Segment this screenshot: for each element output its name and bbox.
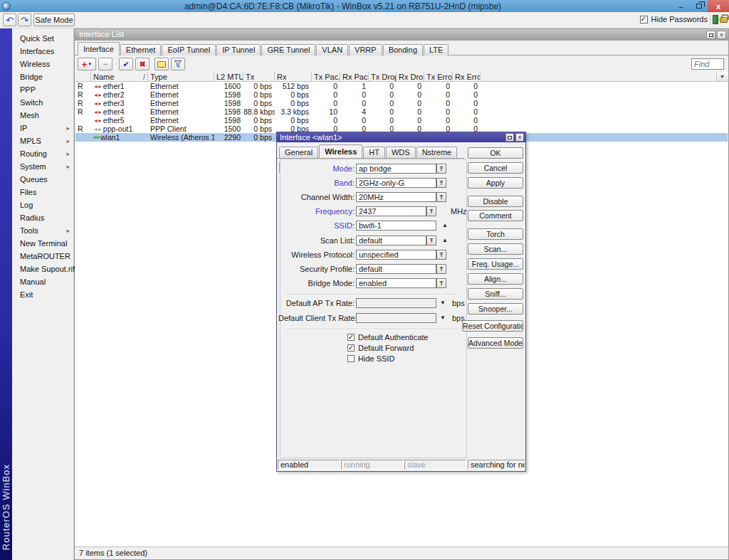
disable-button[interactable]: ✖ [135,58,150,70]
sidebar-item-ip[interactable]: IP▸ [12,122,73,134]
sidebar-item-mesh[interactable]: Mesh [12,109,73,122]
ssid-input[interactable]: bwifi-1 [356,221,436,231]
band-input[interactable]: 2GHz-only-G [356,178,436,188]
sidebar-item-switch[interactable]: Switch [12,96,73,109]
column-header-rx[interactable]: Rx [275,72,312,81]
sidebar-item-quick-set[interactable]: Quick Set [12,32,73,45]
minimize-button[interactable]: – [672,0,690,12]
sidebar-item-make-supout-rif[interactable]: Make Supout.rif [12,263,73,275]
column-header-rx-pac[interactable]: Rx Pac... [340,72,369,81]
scan-button[interactable]: Scan... [468,243,523,255]
hide-passwords-checkbox[interactable]: ✓ [640,16,648,23]
scan-list-dropdown-button[interactable]: Ŧ [426,236,436,245]
column-chooser-button[interactable]: ▼ [716,72,728,81]
advanced-mode-button[interactable]: Advanced Mode [468,337,523,349]
frequency-input[interactable]: 2437 [356,206,426,216]
sidebar-item-system[interactable]: System▸ [12,160,73,173]
default-client-tx-rate-input[interactable] [356,313,436,323]
column-header-l2-mtu[interactable]: L2 MTU [214,72,243,81]
tab-vlan[interactable]: VLAN [316,44,348,56]
snooper-button[interactable]: Snooper... [468,303,523,315]
sidebar-item-ppp[interactable]: PPP [12,83,73,96]
sidebar-item-log[interactable]: Log [12,199,73,211]
reset-configuration-button[interactable]: Reset Configuration [462,320,523,332]
column-header-tx-drops[interactable]: Tx Drops [369,72,397,81]
tab-ethernet[interactable]: Ethernet [120,44,162,56]
column-header-rx-drops[interactable]: Rx Drops [397,72,424,81]
dialog-tab-ht[interactable]: HT [363,147,385,158]
tab-bonding[interactable]: Bonding [383,44,423,56]
comment-button[interactable]: Comment [468,210,523,221]
column-header-tx[interactable]: Tx [243,72,275,81]
apply-button[interactable]: Apply [468,177,523,189]
table-row-ether4[interactable]: R◄►ether4Ethernet159888.8 kbps3.3 kbps10… [75,107,728,116]
frequency-dropdown-button[interactable]: Ŧ [426,206,436,216]
tab-gre-tunnel[interactable]: GRE Tunnel [261,44,315,56]
scan-list-collapse-button[interactable]: ▲ [440,236,450,245]
interface-list-restore-button[interactable] [706,31,715,39]
safe-mode-button[interactable]: Safe Mode [33,14,75,26]
undo-button[interactable]: ↶ [3,14,16,26]
sidebar-item-wireless[interactable]: Wireless [12,58,73,70]
column-header-name[interactable]: Name/ [91,72,148,81]
freq-usage-button[interactable]: Freq. Usage... [468,258,523,270]
tab-lte[interactable]: LTE [424,44,449,56]
column-header-rx-errors[interactable]: Rx Errors [453,72,481,81]
scan-list-input[interactable]: default [356,236,426,245]
restore-button[interactable] [690,0,708,12]
sidebar-item-radius[interactable]: Radius [12,211,73,224]
sidebar-item-exit[interactable]: Exit [12,288,73,301]
column-header-type[interactable]: Type [148,72,214,81]
tab-interface[interactable]: Interface [78,42,120,56]
tab-ip-tunnel[interactable]: IP Tunnel [216,44,261,56]
cancel-button[interactable]: Cancel [468,162,523,174]
wireless-protocol-input[interactable]: unspecified [356,250,436,260]
dialog-tab-wds[interactable]: WDS [386,147,416,158]
wireless-protocol-dropdown-button[interactable]: Ŧ [436,250,446,260]
default-ap-tx-rate-input[interactable] [356,298,436,308]
channel-width-dropdown-button[interactable]: Ŧ [436,192,446,202]
column-header-tx-pac[interactable]: Tx Pac... [312,72,340,81]
column-header-flags[interactable] [75,72,91,81]
bridge-mode-dropdown-button[interactable]: Ŧ [436,278,446,288]
table-row-ether3[interactable]: R◄►ether3Ethernet15980 bps0 bps000000 [75,99,728,107]
sidebar-item-bridge[interactable]: Bridge [12,70,73,83]
sniff-button[interactable]: Sniff... [468,288,523,300]
mode-dropdown-button[interactable]: Ŧ [436,164,446,174]
default-client-tx-rate-dropdown-button[interactable]: ▼ [438,313,448,323]
table-row-ether1[interactable]: R◄►ether1Ethernet16000 bps512 bps010000 [75,82,728,90]
band-dropdown-button[interactable]: Ŧ [436,178,446,188]
torch-button[interactable]: Torch [468,228,523,240]
hide-ssid-checkbox[interactable] [347,355,355,362]
dialog-tab-nstreme[interactable]: Nstreme [416,147,458,158]
security-profile-input[interactable]: default [356,264,436,274]
dialog-close-button[interactable]: x [515,133,524,142]
ok-button[interactable]: OK [468,147,523,159]
enable-button[interactable]: ✔ [119,58,133,70]
tab-eoip-tunnel[interactable]: EoIP Tunnel [162,44,216,56]
dialog-tab-general[interactable]: General [279,147,318,158]
filter-button[interactable] [171,58,185,70]
column-header-tx-errors[interactable]: Tx Errors [424,72,453,81]
remove-button[interactable]: − [98,58,112,70]
sidebar-item-manual[interactable]: Manual [12,275,73,288]
sidebar-item-tools[interactable]: Tools▸ [12,224,73,237]
channel-width-input[interactable]: 20MHz [356,192,436,202]
disable-button[interactable]: Disable [468,196,523,207]
default-authenticate-checkbox[interactable]: ✓ [347,334,355,341]
sidebar-item-mpls[interactable]: MPLS▸ [12,134,73,147]
sidebar-item-metarouter[interactable]: MetaROUTER [12,250,73,263]
default-forward-checkbox[interactable]: ✓ [347,344,355,352]
mode-input[interactable]: ap bridge [356,164,436,174]
tab-vrrp[interactable]: VRRP [349,44,382,56]
sidebar-item-queues[interactable]: Queues [12,173,73,186]
comment-button[interactable] [154,58,169,70]
dialog-restore-button[interactable] [505,133,514,142]
bridge-mode-input[interactable]: enabled [356,278,436,288]
dialog-tab-wireless[interactable]: Wireless [319,144,362,158]
table-row-ether5[interactable]: ◄►ether5Ethernet15980 bps0 bps000000 [75,116,728,125]
interface-list-close-button[interactable]: x [717,31,726,39]
align-button[interactable]: Align... [468,273,523,285]
add-button[interactable]: +▼ [78,58,96,70]
default-ap-tx-rate-dropdown-button[interactable]: ▼ [438,298,448,308]
